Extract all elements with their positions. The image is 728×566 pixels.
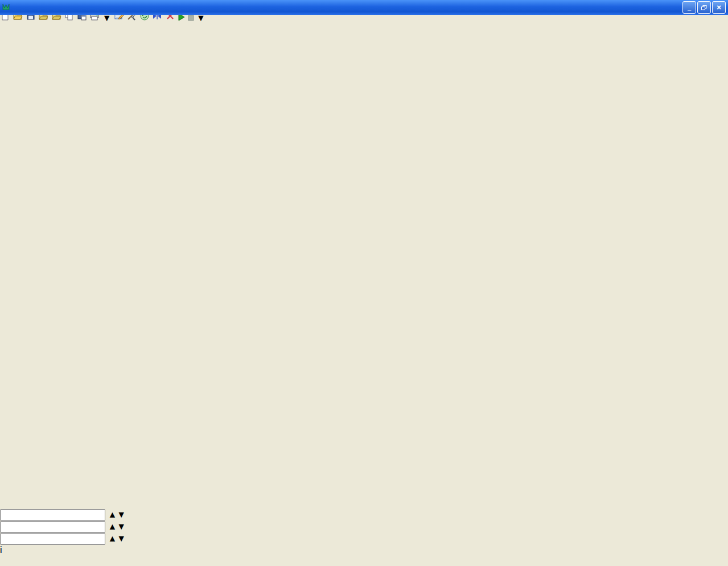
app-icon <box>2 2 10 13</box>
stop-icon <box>188 15 194 21</box>
restore-button[interactable] <box>697 1 711 14</box>
title-bar: _ ✕ <box>0 0 728 15</box>
spin-up-icon[interactable]: ▲ <box>108 510 117 519</box>
interval-group: ▲▼ ▲▼ ▲▼ <box>0 509 728 545</box>
spin-up-icon[interactable]: ▲ <box>108 522 117 531</box>
info-icon[interactable]: i <box>0 545 2 555</box>
approximation-group: i <box>0 545 728 555</box>
spin-down-icon[interactable]: ▼ <box>117 534 126 543</box>
application-window: _ ✕ – ✕ ▾ <box>0 0 728 566</box>
initial-shift-input[interactable] <box>0 509 105 521</box>
settings-panel: ▲▼ ▲▼ ▲▼ <box>0 509 728 555</box>
initial-shift-spinner[interactable]: ▲▼ <box>0 510 126 519</box>
final-shift-spinner[interactable]: ▲▼ <box>0 522 126 531</box>
chart-area <box>0 23 728 509</box>
minimize-button[interactable]: _ <box>682 1 696 14</box>
close-button[interactable]: ✕ <box>712 1 726 14</box>
spin-down-icon[interactable]: ▼ <box>117 522 126 531</box>
step-spinner[interactable]: ▲▼ <box>0 534 126 543</box>
spin-down-icon[interactable]: ▼ <box>117 510 126 519</box>
spin-up-icon[interactable]: ▲ <box>108 534 117 543</box>
autocorrelation-plot[interactable] <box>0 23 615 507</box>
final-shift-input[interactable] <box>0 521 105 533</box>
step-input[interactable] <box>0 533 105 545</box>
